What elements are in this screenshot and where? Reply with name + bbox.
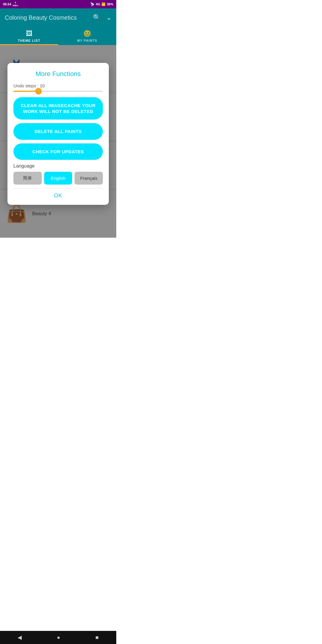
- time-display: 08.54: [3, 2, 11, 6]
- app-title: Coloring Beauty Cosmetics: [5, 14, 77, 21]
- ok-button[interactable]: OK: [13, 188, 103, 200]
- chevron-down-icon[interactable]: ⌄: [106, 14, 112, 21]
- more-functions-dialog: More Functions Undo steps : 10 CLEAR ALL…: [7, 63, 109, 205]
- face-icon: 😊: [83, 30, 91, 38]
- slider-track: [13, 91, 103, 92]
- check-for-updates-button[interactable]: CHECK FOR UPDATES: [13, 143, 103, 160]
- language-label: Language: [13, 163, 103, 169]
- search-icon[interactable]: 🔍: [93, 14, 101, 21]
- network-icon: 4G: [96, 2, 100, 6]
- slider-thumb[interactable]: [35, 88, 42, 95]
- signal-icon: 📶: [101, 2, 106, 6]
- undo-steps-label: Undo steps : 10: [13, 83, 103, 88]
- lang-btn-zh[interactable]: 简体: [13, 172, 42, 185]
- tab-theme-list-label: THEME LIST: [18, 39, 40, 42]
- tab-theme-list[interactable]: 🖼 THEME LIST: [0, 27, 58, 44]
- clear-cache-button[interactable]: CLEAR ALL IMAGECACHE YOUR WORK WILL NOT …: [13, 97, 103, 120]
- app-header: Coloring Beauty Cosmetics 🔍 ⌄: [0, 8, 116, 27]
- delete-all-paints-button[interactable]: DELETE ALL PAINTS: [13, 123, 103, 140]
- battery-display: 38%: [107, 2, 113, 6]
- data-speed: 0KB/s: [13, 1, 18, 7]
- language-section: Language 简体 English Français: [13, 163, 103, 185]
- status-bar: 08.54 0KB/s 📡 4G 📶 38%: [0, 0, 116, 8]
- image-icon: 🖼: [26, 30, 32, 38]
- slider-fill: [13, 91, 38, 92]
- tab-my-paints-label: MY PAINTS: [77, 39, 97, 42]
- undo-slider-container[interactable]: [13, 91, 103, 92]
- lang-btn-fr[interactable]: Français: [75, 172, 103, 185]
- lang-btn-en[interactable]: English: [44, 172, 72, 185]
- tab-my-paints[interactable]: 😊 MY PAINTS: [58, 27, 116, 44]
- cast-icon: 📡: [90, 2, 95, 6]
- dialog-title: More Functions: [13, 70, 103, 78]
- modal-overlay: More Functions Undo steps : 10 CLEAR ALL…: [0, 45, 116, 238]
- tab-bar: 🖼 THEME LIST 😊 MY PAINTS: [0, 27, 116, 45]
- language-buttons: 简体 English Français: [13, 172, 103, 185]
